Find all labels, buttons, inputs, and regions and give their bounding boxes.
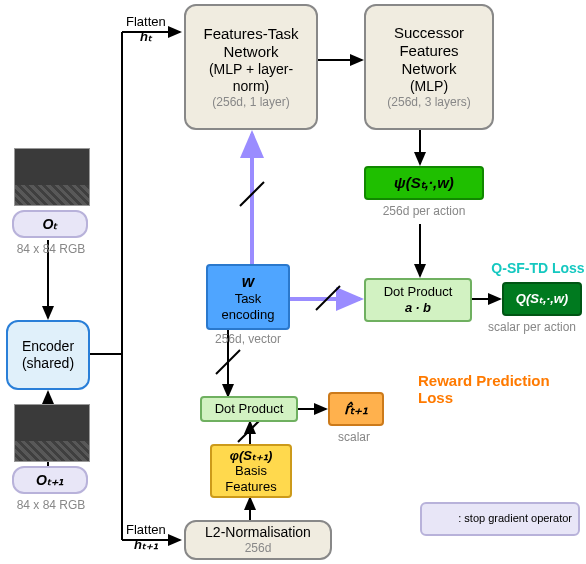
w-dim: 256d, vector [196, 332, 300, 346]
encoder-box: Encoder (shared) [6, 320, 90, 390]
l2-dim: 256d [190, 541, 326, 555]
sfn-title: Successor Features Network [370, 24, 488, 78]
phi-formula: φ(Sₜ₊₁) [216, 448, 286, 464]
flatten-ht-var: hₜ [140, 29, 152, 44]
ftask-sub: (MLP + layer- norm) [190, 61, 312, 95]
ftask-dim: (256d, 1 layer) [190, 95, 312, 109]
phi-box: φ(Sₜ₊₁) Basis Features [210, 444, 292, 498]
diagram-canvas: Oₜ 84 x 84 RGB Encoder (shared) Oₜ₊₁ 84 … [0, 0, 586, 564]
reward-loss: Reward Prediction Loss [418, 372, 578, 406]
legend-box: : stop gradient operator [420, 502, 580, 536]
dot2-box: Dot Product [200, 396, 298, 422]
encoder-title: Encoder (shared) [12, 338, 84, 372]
obs-tp1-dim: 84 x 84 RGB [6, 498, 96, 512]
rhat-dim: scalar [324, 430, 384, 444]
flatten-htp1-text: Flatten [126, 522, 166, 537]
legend-text: : stop gradient operator [458, 512, 572, 525]
psi-dim: 256d per action [364, 204, 484, 218]
rhat-box: r̂ₜ₊₁ [328, 392, 384, 426]
flatten-htp1-var: hₜ₊₁ [134, 537, 158, 552]
q-loss: Q-SF-TD Loss [490, 260, 586, 276]
w-var: w [212, 272, 284, 291]
sfn-box: Successor Features Network (MLP) (256d, … [364, 4, 494, 130]
q-box: Q(Sₜ,·,w) [502, 282, 582, 316]
flatten-htp1: Flatten hₜ₊₁ [126, 522, 166, 552]
obs-tp1-label: Oₜ₊₁ [18, 472, 82, 489]
flatten-ht: Flatten hₜ [126, 14, 166, 44]
obs-image-tp1 [14, 404, 90, 462]
l2-title: L2-Normalisation [190, 524, 326, 541]
obs-tp1-box: Oₜ₊₁ [12, 466, 88, 494]
ftask-title: Features-Task Network [190, 25, 312, 61]
flatten-ht-text: Flatten [126, 14, 166, 29]
obs-image-t [14, 148, 90, 206]
q-formula: Q(Sₜ,·,w) [508, 291, 576, 307]
w-title: Task encoding [212, 291, 284, 322]
phi-title: Basis Features [216, 463, 286, 494]
rhat-formula: r̂ₜ₊₁ [334, 400, 378, 418]
dot2-title: Dot Product [206, 401, 292, 417]
w-box: w Task encoding [206, 264, 290, 330]
dot1-formula: a · b [370, 300, 466, 316]
obs-t-dim: 84 x 84 RGB [6, 242, 96, 256]
obs-t-box: Oₜ [12, 210, 88, 238]
psi-formula: ψ(Sₜ,·,w) [370, 174, 478, 192]
sfn-dim: (256d, 3 layers) [370, 95, 488, 109]
ftask-box: Features-Task Network (MLP + layer- norm… [184, 4, 318, 130]
sfn-sub: (MLP) [370, 78, 488, 95]
l2-box: L2-Normalisation 256d [184, 520, 332, 560]
q-dim: scalar per action [478, 320, 586, 334]
psi-box: ψ(Sₜ,·,w) [364, 166, 484, 200]
dot1-box: Dot Product a · b [364, 278, 472, 322]
obs-t-label: Oₜ [18, 216, 82, 233]
dot1-title: Dot Product [370, 284, 466, 300]
